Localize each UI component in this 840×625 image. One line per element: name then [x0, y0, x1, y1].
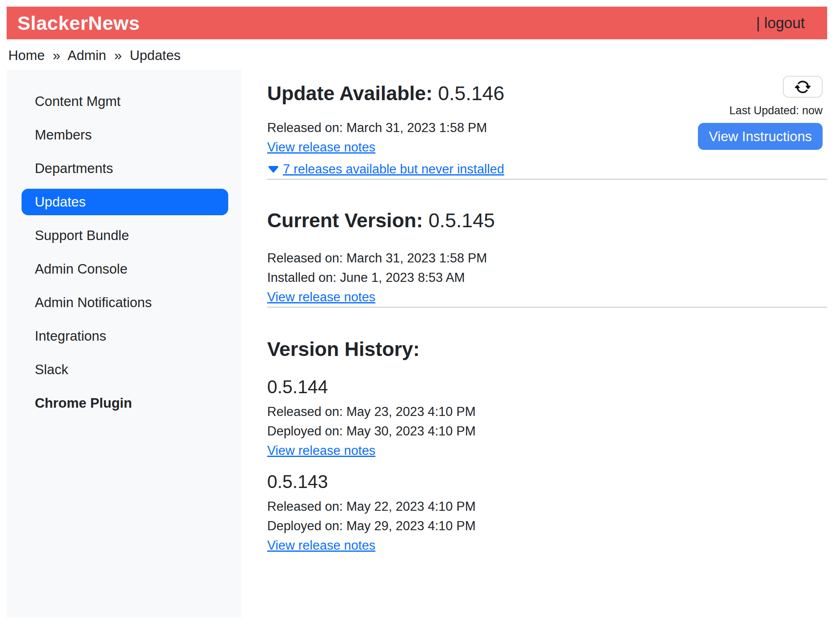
chevron-down-icon[interactable] — [267, 164, 280, 175]
breadcrumb-updates[interactable]: Updates — [130, 48, 181, 63]
update-available-info: Update Available: 0.5.146 Released on: M… — [267, 82, 504, 179]
sidebar-item-support-bundle[interactable]: Support Bundle — [22, 222, 228, 249]
history-released-on: Released on: May 23, 2023 4:10 PM — [267, 402, 827, 421]
version-history-heading: Version History: — [267, 337, 827, 361]
current-installed-on: Installed on: June 1, 2023 8:53 AM — [267, 268, 827, 287]
sidebar-item-integrations[interactable]: Integrations — [22, 323, 228, 349]
sidebar-item-departments[interactable]: Departments — [22, 155, 228, 182]
update-tools: Last Updated: now View Instructions — [698, 76, 827, 150]
brand-title[interactable]: SlackerNews — [17, 12, 140, 34]
version-history-entry: 0.5.143 Released on: May 22, 2023 4:10 P… — [267, 470, 827, 555]
history-deployed-on: Deployed on: May 30, 2023 4:10 PM — [267, 421, 827, 441]
sidebar: Content Mgmt Members Departments Updates… — [7, 70, 241, 618]
history-release-notes-link[interactable]: View release notes — [267, 443, 375, 458]
main-content: Update Available: 0.5.146 Released on: M… — [267, 70, 827, 572]
update-available-heading: Update Available: 0.5.146 — [267, 82, 504, 106]
page: SlackerNews | logout Home » Admin » Upda… — [0, 0, 840, 618]
refresh-icon — [795, 79, 811, 95]
breadcrumb-home[interactable]: Home — [8, 48, 45, 63]
history-deployed-on: Deployed on: May 29, 2023 4:10 PM — [267, 516, 827, 536]
sidebar-item-chrome-plugin[interactable]: Chrome Plugin — [22, 390, 228, 416]
update-released-on: Released on: March 31, 2023 1:58 PM — [267, 118, 504, 137]
current-version-heading: Current Version: 0.5.145 — [267, 209, 827, 233]
last-updated-label: Last Updated: now — [729, 104, 823, 117]
breadcrumb-admin[interactable]: Admin — [68, 48, 106, 63]
update-release-notes-link[interactable]: View release notes — [267, 140, 375, 154]
logout-link[interactable]: | logout — [756, 14, 805, 32]
current-released-on: Released on: March 31, 2023 1:58 PM — [267, 248, 827, 268]
breadcrumb-separator: » — [53, 48, 60, 63]
breadcrumb: Home » Admin » Updates — [8, 48, 827, 63]
update-available-version: 0.5.146 — [438, 82, 504, 104]
breadcrumb-separator: » — [114, 48, 122, 63]
history-version-number: 0.5.144 — [267, 375, 827, 399]
refresh-button[interactable] — [783, 76, 823, 98]
version-history-entry: 0.5.144 Released on: May 23, 2023 4:10 P… — [267, 375, 827, 460]
sidebar-item-content-mgmt[interactable]: Content Mgmt — [22, 88, 228, 115]
history-version-number: 0.5.143 — [267, 470, 827, 493]
update-available-section: Update Available: 0.5.146 Released on: M… — [267, 82, 827, 179]
sidebar-item-members[interactable]: Members — [22, 122, 228, 148]
history-release-notes-link[interactable]: View release notes — [267, 538, 375, 553]
top-bar: SlackerNews | logout — [7, 7, 827, 39]
history-released-on: Released on: May 22, 2023 4:10 PM — [267, 497, 827, 516]
sidebar-item-updates[interactable]: Updates — [22, 189, 228, 215]
current-version-section: Current Version: 0.5.145 Released on: Ma… — [267, 209, 827, 307]
releases-toggle-link[interactable]: 7 releases available but never installed — [283, 159, 504, 179]
sidebar-item-slack[interactable]: Slack — [22, 356, 228, 383]
version-history-section: Version History: 0.5.144 Released on: Ma… — [267, 337, 827, 572]
sidebar-item-admin-notifications[interactable]: Admin Notifications — [22, 289, 228, 316]
view-instructions-button[interactable]: View Instructions — [698, 123, 823, 150]
divider — [267, 179, 827, 180]
current-release-notes-link[interactable]: View release notes — [267, 290, 375, 304]
divider — [267, 307, 827, 308]
sidebar-item-admin-console[interactable]: Admin Console — [22, 256, 228, 282]
layout: Content Mgmt Members Departments Updates… — [7, 70, 827, 618]
current-version-number: 0.5.145 — [428, 209, 495, 231]
